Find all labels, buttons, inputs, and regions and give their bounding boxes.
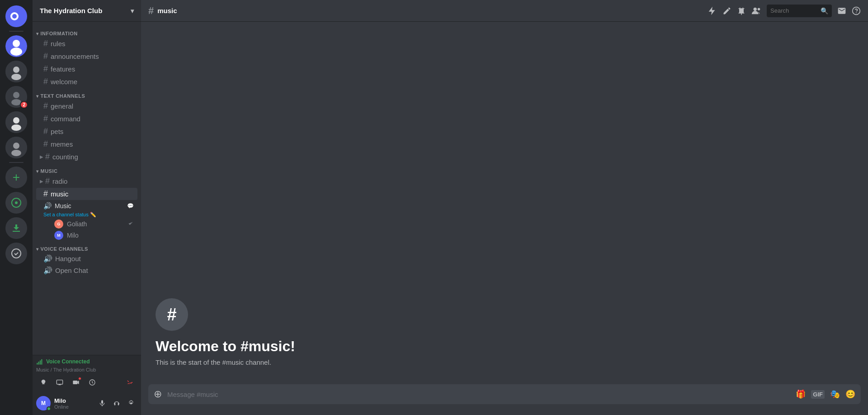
search-input[interactable] <box>770 7 821 14</box>
welcome-section: # Welcome to #music! This is the start o… <box>148 289 861 375</box>
pin-button[interactable] <box>737 6 746 15</box>
activities-button[interactable] <box>85 375 99 390</box>
top-bar: # music 🔍 <box>141 0 868 22</box>
server-icon-4[interactable] <box>5 111 27 133</box>
discover-servers-button[interactable] <box>5 192 27 214</box>
gif-button[interactable]: GIF <box>811 390 825 399</box>
channel-general[interactable]: # general <box>36 100 137 112</box>
server-icon-2[interactable] <box>5 61 27 82</box>
chevron-down-icon: ▾ <box>131 7 134 14</box>
username-text: Milo <box>54 397 96 404</box>
chat-icon[interactable]: 💬 <box>127 203 134 209</box>
channel-counting[interactable]: ▶ # counting <box>36 151 137 163</box>
svg-point-32 <box>758 8 760 10</box>
channel-hash-icon: # <box>148 5 154 17</box>
server-icon-5[interactable] <box>5 137 27 158</box>
channel-memes[interactable]: # memes <box>36 138 137 150</box>
hash-icon: # <box>43 64 48 74</box>
collapse-small-arrow-icon: ▶ <box>40 154 43 159</box>
category-music[interactable]: ▾ MUSIC <box>33 167 141 175</box>
add-server-button[interactable]: + <box>5 167 27 188</box>
channel-rules[interactable]: # rules <box>36 38 137 50</box>
user-info: Milo Online <box>54 397 96 410</box>
headphones-button[interactable] <box>110 397 123 410</box>
screen-share-button[interactable] <box>52 375 67 390</box>
boost-button[interactable] <box>707 6 717 16</box>
channel-name: general <box>51 102 73 110</box>
collapse-arrow-icon: ▾ <box>36 247 39 252</box>
set-channel-status-link[interactable]: Set a channel status <box>43 212 89 217</box>
gift-icon[interactable]: 🎁 <box>796 389 806 399</box>
collapse-arrow-icon: ▾ <box>36 94 39 99</box>
message-right-icons: 🎁 GIF 🎭 😊 <box>796 389 855 399</box>
search-box[interactable]: 🔍 <box>767 5 832 17</box>
voice-member-goliath[interactable]: G Goliath <box>36 219 137 229</box>
channel-name: Open Chat <box>55 267 88 274</box>
category-voice-channels[interactable]: ▾ VOICE CHANNELS <box>33 244 141 253</box>
svg-point-18 <box>15 201 18 204</box>
channel-command[interactable]: # command <box>36 113 137 125</box>
settings-button[interactable] <box>125 397 137 410</box>
speaker-icon: 🔊 <box>43 254 52 263</box>
download-button[interactable] <box>5 217 27 239</box>
server-divider-1 <box>9 31 24 32</box>
channel-name: music <box>51 190 68 198</box>
svg-point-1 <box>12 14 17 19</box>
svg-rect-26 <box>73 381 77 384</box>
server-icon-3[interactable] <box>5 86 27 108</box>
channel-name: pets <box>51 128 63 135</box>
edit-icon[interactable]: ✏️ <box>90 212 96 217</box>
svg-point-31 <box>754 7 757 10</box>
category-text-channels[interactable]: ▾ TEXT CHANNELS <box>33 91 141 100</box>
category-information[interactable]: ▾ INFORMATION <box>33 29 141 37</box>
member-name-milo: Milo <box>67 232 79 239</box>
collapse-arrow-icon: ▾ <box>36 31 39 36</box>
svg-rect-20 <box>37 363 38 365</box>
nitro-button[interactable] <box>5 243 27 264</box>
signal-icon <box>36 358 43 365</box>
hash-icon: # <box>43 39 48 48</box>
hash-icon: # <box>43 127 48 136</box>
edit-button[interactable] <box>722 6 731 15</box>
channel-music[interactable]: # music <box>36 188 137 200</box>
channel-name: radio <box>52 177 67 185</box>
hash-icon: # <box>43 189 48 199</box>
help-button[interactable] <box>852 6 861 15</box>
channel-hangout[interactable]: 🔊 Hangout <box>36 253 137 264</box>
voice-member-milo[interactable]: M Milo <box>36 230 137 241</box>
emoji-button[interactable]: 😊 <box>845 389 855 399</box>
disconnect-button[interactable] <box>123 375 137 390</box>
server-header[interactable]: The Hydration Club ▾ <box>33 0 141 22</box>
message-input[interactable] <box>167 391 792 398</box>
server-icon-1[interactable] <box>5 35 27 57</box>
sticker-button[interactable]: 🎭 <box>830 389 840 399</box>
svg-rect-28 <box>101 400 103 404</box>
hash-icon: # <box>43 101 48 111</box>
category-label: VOICE CHANNELS <box>41 246 88 252</box>
discord-home-button[interactable] <box>5 5 27 27</box>
channel-features[interactable]: # features <box>36 63 137 75</box>
hash-icon: # <box>45 176 50 186</box>
voice-settings-button[interactable] <box>36 375 51 390</box>
search-icon: 🔍 <box>821 7 828 14</box>
voice-channel-music[interactable]: 🔊 Music 💬 <box>36 200 137 211</box>
svg-point-13 <box>11 124 21 131</box>
microphone-button[interactable] <box>96 397 108 410</box>
channel-pets[interactable]: # pets <box>36 125 137 138</box>
user-status-text: Online <box>54 404 96 410</box>
hash-icon: # <box>43 139 48 149</box>
channel-announcements[interactable]: # announcements <box>36 50 137 62</box>
channel-name: counting <box>52 153 78 161</box>
svg-point-10 <box>11 99 21 105</box>
svg-point-4 <box>10 48 22 56</box>
collapse-arrow-icon: ▾ <box>36 169 39 174</box>
channel-welcome[interactable]: # welcome <box>36 76 137 88</box>
svg-point-9 <box>13 92 19 98</box>
camera-button[interactable] <box>69 375 83 390</box>
members-button[interactable] <box>751 6 761 16</box>
channel-radio[interactable]: ▶ # radio <box>36 175 137 187</box>
add-attachment-button[interactable]: ⊕ <box>154 388 162 400</box>
user-avatar[interactable]: M <box>36 396 51 410</box>
channel-open-chat[interactable]: 🔊 Open Chat <box>36 265 137 276</box>
inbox-button[interactable] <box>837 6 846 15</box>
